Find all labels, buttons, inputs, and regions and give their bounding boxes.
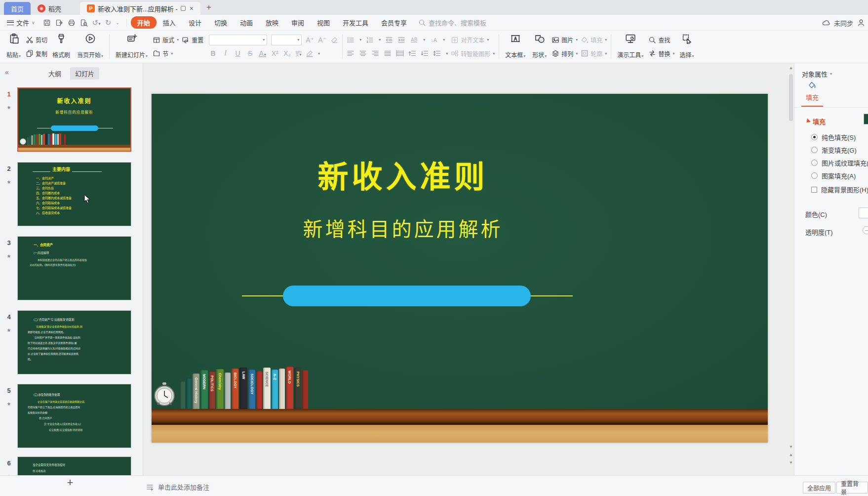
new-tab-button[interactable]: +: [206, 2, 211, 12]
picture-button[interactable]: 图片▾: [552, 34, 578, 46]
distribute-icon[interactable]: [396, 49, 404, 57]
add-slide-button[interactable]: +: [63, 475, 77, 490]
paste-button[interactable]: 粘贴▾: [3, 32, 24, 61]
apply-all-button[interactable]: 全部应用: [803, 482, 835, 494]
undo-button[interactable]: ↺▾: [92, 18, 101, 27]
scroll-down-icon[interactable]: ▼: [788, 445, 794, 449]
vertical-scrollbar[interactable]: ▲ ▼ ▲ ▼: [788, 65, 794, 473]
next-slide-button[interactable]: ▼: [788, 460, 794, 465]
user-icon[interactable]: [857, 19, 865, 27]
grow-font-button[interactable]: A⁺: [306, 36, 314, 44]
text-direction-button[interactable]: AB: [410, 37, 418, 42]
underline-button[interactable]: U: [234, 49, 242, 57]
vertical-scroll-thumb[interactable]: [789, 74, 793, 121]
font-color-button[interactable]: A▾: [258, 49, 267, 57]
font-name-select[interactable]: ▾: [209, 35, 267, 45]
fill-tab[interactable]: 填充: [803, 81, 821, 102]
pattern-fill-radio[interactable]: 图案填充(A): [811, 171, 856, 180]
section-button[interactable]: 节▾: [153, 47, 179, 59]
close-tab-icon[interactable]: ×: [190, 4, 194, 12]
tab-animation[interactable]: 动画: [234, 18, 259, 27]
toolbar-more-icon[interactable]: ⌄: [116, 20, 119, 25]
slide-subtitle[interactable]: 新增科目的应用解析: [152, 213, 654, 242]
clear-format-icon[interactable]: [330, 36, 338, 44]
space-after-icon[interactable]: [421, 49, 429, 57]
textbox-button[interactable]: 文本框▾: [502, 32, 529, 61]
panel-title[interactable]: 对象属性▾: [802, 69, 832, 79]
decrease-indent-icon[interactable]: [385, 36, 393, 44]
outline-button[interactable]: 轮廓▾: [581, 47, 607, 59]
collapse-panel-button[interactable]: «: [5, 68, 9, 76]
reset-button[interactable]: 重置: [182, 34, 203, 46]
slide-title[interactable]: 新收入准则: [152, 152, 654, 197]
to-smartart-button[interactable]: 转智能图形▾: [451, 47, 495, 59]
gradient-fill-radio[interactable]: 渐变填充(G): [811, 145, 857, 155]
fill-section-header[interactable]: 填充: [805, 117, 826, 126]
bullet-list-icon[interactable]: [347, 36, 355, 44]
tab-start[interactable]: 开始: [131, 16, 157, 29]
new-slide-button[interactable]: 新建幻灯片▾: [112, 32, 151, 61]
editing-canvas[interactable]: 新收入准则 新增科目的应用解析 General HistoryMODERNPOL…: [144, 63, 794, 475]
slide-canvas[interactable]: 新收入准则 新增科目的应用解析 General HistoryMODERNPOL…: [152, 94, 768, 443]
align-text-button[interactable]: 对齐文本▾: [451, 34, 495, 46]
arrange-button[interactable]: 排列▾: [552, 47, 578, 59]
line-spacing-icon[interactable]: [433, 49, 441, 57]
replace-button[interactable]: 替换▾: [648, 47, 674, 59]
previous-slide-button[interactable]: ▲: [788, 453, 794, 457]
shrink-font-button[interactable]: A⁻: [318, 36, 326, 44]
slide-thumbnail-6[interactable]: 当企业取得无条件收款权时借:应收账款贷:合同资产: [17, 456, 131, 475]
tab-view[interactable]: 视图: [311, 18, 336, 27]
fill-button[interactable]: 填充▾: [581, 34, 607, 46]
tab-document[interactable]: P 新收入准则下新...应用解析 - ×: [80, 2, 200, 15]
presentation-tools-button[interactable]: 演示工具▾: [614, 32, 647, 61]
select-button[interactable]: 选择▾: [676, 32, 697, 61]
tab-outline[interactable]: 大纲: [43, 67, 66, 80]
tab-design[interactable]: 设计: [182, 18, 208, 27]
italic-button[interactable]: I: [221, 49, 230, 57]
save-button[interactable]: [43, 19, 51, 27]
cloud-sync-icon[interactable]: [822, 19, 830, 27]
print-preview-button[interactable]: [80, 19, 88, 27]
command-search-input[interactable]: 查找命令、搜索模板: [418, 18, 486, 27]
tab-slides[interactable]: 幻灯片: [70, 67, 99, 80]
tab-review[interactable]: 审阅: [285, 18, 311, 27]
align-center-icon[interactable]: [359, 49, 367, 57]
strikethrough-button[interactable]: S: [246, 49, 254, 57]
subscript-button[interactable]: X₂: [283, 49, 291, 57]
superscript-button[interactable]: X²: [271, 49, 279, 57]
increase-indent-icon[interactable]: [397, 36, 405, 44]
align-right-icon[interactable]: [371, 49, 379, 57]
notes-input[interactable]: 单击此处添加备注: [146, 482, 209, 492]
scroll-up-icon[interactable]: ▲: [788, 65, 794, 71]
layout-button[interactable]: 版式▾: [153, 34, 179, 46]
cut-button[interactable]: 剪切: [26, 34, 47, 46]
bold-button[interactable]: B: [209, 49, 217, 57]
tab-devtools[interactable]: 开发工具: [336, 18, 375, 27]
slide-thumbnail-4[interactable]: (二)“合同资产”与“应收账款”的区别“应收账款”是企业无条件收取对价的权利,到…: [17, 310, 131, 374]
tab-transition[interactable]: 切换: [208, 18, 234, 27]
file-menu[interactable]: 文件 ∨: [0, 18, 40, 27]
font-size-select[interactable]: ▾: [271, 35, 302, 45]
reset-background-button[interactable]: 重置背景: [836, 482, 868, 494]
slide-thumbnail-2[interactable]: 主要内容一、合同资产二、合同资产减值准备三、合同负债四、合同履约成本五、合同履约…: [17, 162, 131, 226]
tab-insert[interactable]: 插入: [157, 18, 182, 27]
hide-background-checkbox[interactable]: 隐藏背景图形(H): [811, 185, 868, 194]
slide-thumbnail-3[interactable]: 一、合同资产(一)科目解释本科目核算企业已向客户转让商品而有权收取对价的权利。(…: [17, 236, 131, 300]
tab-home[interactable]: 首页: [4, 2, 31, 15]
export-button[interactable]: [55, 19, 63, 27]
highlight-icon[interactable]: [306, 49, 314, 57]
char-direction-button[interactable]: ↓A: [430, 37, 438, 43]
play-from-current-button[interactable]: 当页开始▾: [74, 32, 107, 61]
numbered-list-icon[interactable]: [366, 36, 374, 44]
current-fill-swatch[interactable]: [864, 114, 868, 124]
pinyin-guide-button[interactable]: wén文▾: [295, 50, 302, 56]
space-before-icon[interactable]: [408, 49, 416, 57]
redo-button[interactable]: ↻: [105, 18, 112, 27]
color-dropdown[interactable]: [859, 207, 868, 218]
picture-texture-fill-radio[interactable]: 图片或纹理填充(P): [811, 158, 868, 167]
format-painter-button[interactable]: 格式刷: [49, 32, 74, 61]
tab-docer[interactable]: ❋ 稻壳: [31, 2, 68, 15]
transparency-stepper[interactable]: −: [863, 226, 868, 234]
shapes-button[interactable]: 形状▾: [529, 32, 550, 61]
float-window-icon[interactable]: [181, 6, 186, 11]
